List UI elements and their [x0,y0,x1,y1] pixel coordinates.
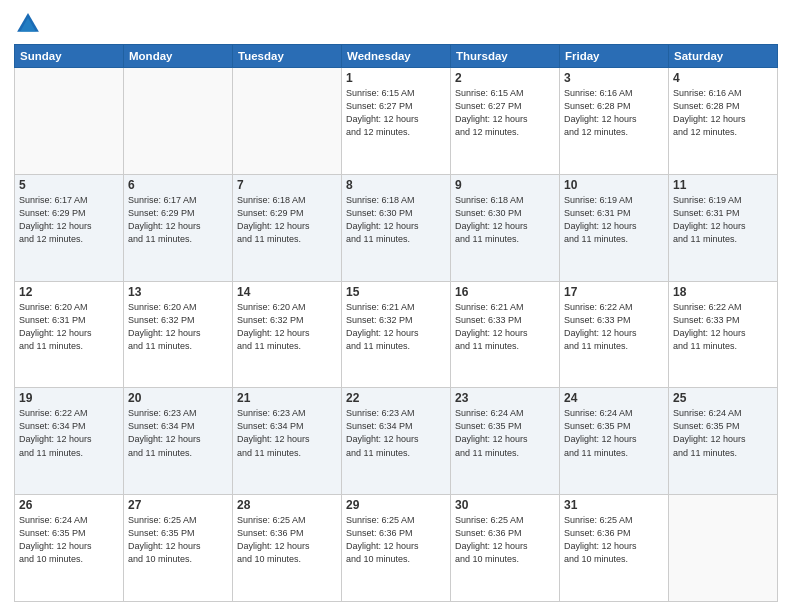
calendar-cell: 16Sunrise: 6:21 AM Sunset: 6:33 PM Dayli… [451,281,560,388]
day-number: 18 [673,285,773,299]
calendar-cell: 8Sunrise: 6:18 AM Sunset: 6:30 PM Daylig… [342,174,451,281]
day-number: 31 [564,498,664,512]
day-info: Sunrise: 6:18 AM Sunset: 6:29 PM Dayligh… [237,194,337,246]
calendar-cell: 27Sunrise: 6:25 AM Sunset: 6:35 PM Dayli… [124,495,233,602]
day-number: 6 [128,178,228,192]
day-info: Sunrise: 6:22 AM Sunset: 6:33 PM Dayligh… [673,301,773,353]
calendar-cell: 22Sunrise: 6:23 AM Sunset: 6:34 PM Dayli… [342,388,451,495]
day-number: 30 [455,498,555,512]
calendar-week-row: 12Sunrise: 6:20 AM Sunset: 6:31 PM Dayli… [15,281,778,388]
day-number: 28 [237,498,337,512]
calendar-cell: 10Sunrise: 6:19 AM Sunset: 6:31 PM Dayli… [560,174,669,281]
col-header-saturday: Saturday [669,45,778,68]
col-header-friday: Friday [560,45,669,68]
calendar-cell: 11Sunrise: 6:19 AM Sunset: 6:31 PM Dayli… [669,174,778,281]
day-info: Sunrise: 6:20 AM Sunset: 6:32 PM Dayligh… [128,301,228,353]
day-info: Sunrise: 6:15 AM Sunset: 6:27 PM Dayligh… [346,87,446,139]
logo-icon [14,10,42,38]
calendar-cell: 14Sunrise: 6:20 AM Sunset: 6:32 PM Dayli… [233,281,342,388]
calendar-cell: 28Sunrise: 6:25 AM Sunset: 6:36 PM Dayli… [233,495,342,602]
day-info: Sunrise: 6:24 AM Sunset: 6:35 PM Dayligh… [455,407,555,459]
page: SundayMondayTuesdayWednesdayThursdayFrid… [0,0,792,612]
day-number: 21 [237,391,337,405]
calendar-cell: 21Sunrise: 6:23 AM Sunset: 6:34 PM Dayli… [233,388,342,495]
day-info: Sunrise: 6:25 AM Sunset: 6:36 PM Dayligh… [346,514,446,566]
calendar-cell: 3Sunrise: 6:16 AM Sunset: 6:28 PM Daylig… [560,68,669,175]
calendar-cell: 25Sunrise: 6:24 AM Sunset: 6:35 PM Dayli… [669,388,778,495]
calendar-cell: 4Sunrise: 6:16 AM Sunset: 6:28 PM Daylig… [669,68,778,175]
day-number: 24 [564,391,664,405]
day-number: 7 [237,178,337,192]
calendar-cell: 17Sunrise: 6:22 AM Sunset: 6:33 PM Dayli… [560,281,669,388]
calendar-week-row: 26Sunrise: 6:24 AM Sunset: 6:35 PM Dayli… [15,495,778,602]
col-header-sunday: Sunday [15,45,124,68]
day-number: 10 [564,178,664,192]
day-number: 16 [455,285,555,299]
day-info: Sunrise: 6:18 AM Sunset: 6:30 PM Dayligh… [455,194,555,246]
header [14,10,778,38]
day-info: Sunrise: 6:20 AM Sunset: 6:32 PM Dayligh… [237,301,337,353]
day-info: Sunrise: 6:15 AM Sunset: 6:27 PM Dayligh… [455,87,555,139]
day-info: Sunrise: 6:25 AM Sunset: 6:36 PM Dayligh… [237,514,337,566]
day-number: 1 [346,71,446,85]
calendar-week-row: 1Sunrise: 6:15 AM Sunset: 6:27 PM Daylig… [15,68,778,175]
calendar-cell [669,495,778,602]
calendar-cell: 26Sunrise: 6:24 AM Sunset: 6:35 PM Dayli… [15,495,124,602]
day-number: 23 [455,391,555,405]
day-number: 20 [128,391,228,405]
day-number: 8 [346,178,446,192]
day-info: Sunrise: 6:24 AM Sunset: 6:35 PM Dayligh… [673,407,773,459]
calendar-week-row: 5Sunrise: 6:17 AM Sunset: 6:29 PM Daylig… [15,174,778,281]
day-info: Sunrise: 6:17 AM Sunset: 6:29 PM Dayligh… [19,194,119,246]
calendar-cell: 23Sunrise: 6:24 AM Sunset: 6:35 PM Dayli… [451,388,560,495]
day-info: Sunrise: 6:23 AM Sunset: 6:34 PM Dayligh… [346,407,446,459]
day-number: 2 [455,71,555,85]
col-header-monday: Monday [124,45,233,68]
calendar-week-row: 19Sunrise: 6:22 AM Sunset: 6:34 PM Dayli… [15,388,778,495]
day-number: 12 [19,285,119,299]
day-info: Sunrise: 6:19 AM Sunset: 6:31 PM Dayligh… [673,194,773,246]
calendar-cell: 1Sunrise: 6:15 AM Sunset: 6:27 PM Daylig… [342,68,451,175]
calendar-cell [15,68,124,175]
day-info: Sunrise: 6:25 AM Sunset: 6:36 PM Dayligh… [455,514,555,566]
calendar-cell: 29Sunrise: 6:25 AM Sunset: 6:36 PM Dayli… [342,495,451,602]
day-number: 22 [346,391,446,405]
day-info: Sunrise: 6:23 AM Sunset: 6:34 PM Dayligh… [237,407,337,459]
day-number: 4 [673,71,773,85]
day-info: Sunrise: 6:22 AM Sunset: 6:34 PM Dayligh… [19,407,119,459]
calendar-cell: 7Sunrise: 6:18 AM Sunset: 6:29 PM Daylig… [233,174,342,281]
day-info: Sunrise: 6:24 AM Sunset: 6:35 PM Dayligh… [19,514,119,566]
calendar-table: SundayMondayTuesdayWednesdayThursdayFrid… [14,44,778,602]
day-info: Sunrise: 6:20 AM Sunset: 6:31 PM Dayligh… [19,301,119,353]
day-info: Sunrise: 6:19 AM Sunset: 6:31 PM Dayligh… [564,194,664,246]
logo [14,10,46,38]
day-info: Sunrise: 6:25 AM Sunset: 6:35 PM Dayligh… [128,514,228,566]
day-number: 19 [19,391,119,405]
calendar-cell: 9Sunrise: 6:18 AM Sunset: 6:30 PM Daylig… [451,174,560,281]
day-info: Sunrise: 6:21 AM Sunset: 6:33 PM Dayligh… [455,301,555,353]
calendar-cell [124,68,233,175]
day-number: 29 [346,498,446,512]
day-number: 14 [237,285,337,299]
day-number: 25 [673,391,773,405]
day-number: 17 [564,285,664,299]
calendar-cell: 24Sunrise: 6:24 AM Sunset: 6:35 PM Dayli… [560,388,669,495]
day-info: Sunrise: 6:17 AM Sunset: 6:29 PM Dayligh… [128,194,228,246]
day-info: Sunrise: 6:25 AM Sunset: 6:36 PM Dayligh… [564,514,664,566]
day-number: 3 [564,71,664,85]
day-number: 5 [19,178,119,192]
calendar-cell: 18Sunrise: 6:22 AM Sunset: 6:33 PM Dayli… [669,281,778,388]
calendar-header-row: SundayMondayTuesdayWednesdayThursdayFrid… [15,45,778,68]
calendar-cell: 6Sunrise: 6:17 AM Sunset: 6:29 PM Daylig… [124,174,233,281]
col-header-thursday: Thursday [451,45,560,68]
day-number: 11 [673,178,773,192]
day-info: Sunrise: 6:18 AM Sunset: 6:30 PM Dayligh… [346,194,446,246]
calendar-cell: 31Sunrise: 6:25 AM Sunset: 6:36 PM Dayli… [560,495,669,602]
day-number: 26 [19,498,119,512]
day-number: 15 [346,285,446,299]
calendar-cell: 15Sunrise: 6:21 AM Sunset: 6:32 PM Dayli… [342,281,451,388]
day-number: 13 [128,285,228,299]
day-info: Sunrise: 6:23 AM Sunset: 6:34 PM Dayligh… [128,407,228,459]
col-header-tuesday: Tuesday [233,45,342,68]
day-number: 27 [128,498,228,512]
